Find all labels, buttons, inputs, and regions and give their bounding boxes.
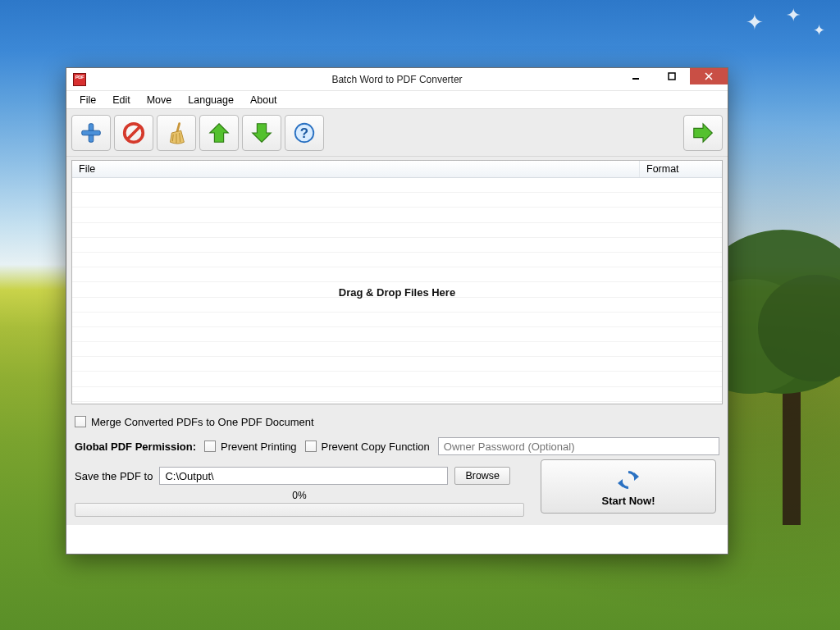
- start-now-label: Start Now!: [602, 495, 655, 507]
- merge-row: Merge Converted PDFs to One PDF Document: [75, 411, 719, 432]
- maximize-button[interactable]: [654, 68, 690, 84]
- progress-bar: [75, 503, 524, 517]
- svg-marker-13: [634, 472, 639, 481]
- refresh-icon: [615, 467, 641, 493]
- prevent-printing-checkbox[interactable]: [204, 441, 216, 452]
- minimize-button[interactable]: [618, 68, 654, 84]
- prevent-printing-label: Prevent Printing: [221, 441, 297, 453]
- menu-move[interactable]: Move: [139, 93, 180, 107]
- arrow-down-icon: [249, 121, 274, 145]
- permission-row: Global PDF Permission: Prevent Printing …: [75, 437, 719, 455]
- column-header-format[interactable]: Format: [640, 161, 722, 177]
- clear-button[interactable]: [157, 115, 196, 151]
- browse-button[interactable]: Browse: [454, 467, 510, 485]
- file-list[interactable]: File Format Drag & Drop Files Here: [71, 160, 723, 404]
- svg-line-9: [128, 126, 140, 139]
- toolbar-start-button[interactable]: [683, 115, 723, 151]
- window-controls: [618, 68, 728, 84]
- no-entry-icon: [121, 121, 146, 145]
- menu-about[interactable]: About: [242, 93, 285, 107]
- options-panel: Merge Converted PDFs to One PDF Document…: [66, 404, 728, 525]
- menu-file[interactable]: File: [71, 93, 104, 107]
- svg-text:?: ?: [300, 125, 308, 140]
- progress-text: 0%: [75, 490, 524, 501]
- help-button[interactable]: ?: [285, 115, 324, 151]
- arrow-up-icon: [207, 121, 231, 145]
- move-down-button[interactable]: [242, 115, 281, 151]
- output-path-input[interactable]: [159, 467, 448, 485]
- menubar: File Edit Move Language About: [66, 91, 728, 109]
- merge-checkbox[interactable]: [75, 416, 86, 427]
- move-up-button[interactable]: [199, 115, 239, 151]
- prevent-copy-label: Prevent Copy Function: [322, 441, 430, 453]
- plus-icon: [79, 121, 103, 145]
- app-icon: [73, 73, 86, 86]
- start-now-button[interactable]: Start Now!: [541, 459, 716, 514]
- svg-rect-0: [783, 361, 801, 525]
- column-header-file[interactable]: File: [72, 161, 640, 177]
- remove-button[interactable]: [114, 115, 153, 151]
- toolbar: ?: [66, 109, 728, 157]
- arrow-right-icon: [691, 121, 715, 145]
- prevent-copy-checkbox[interactable]: [305, 441, 317, 452]
- progress-area: 0%: [75, 490, 524, 517]
- svg-marker-14: [618, 479, 623, 487]
- svg-rect-7: [82, 130, 101, 135]
- merge-label: Merge Converted PDFs to One PDF Document: [91, 416, 314, 428]
- menu-language[interactable]: Language: [180, 93, 242, 107]
- titlebar[interactable]: Batch Word to PDF Converter: [66, 68, 728, 91]
- svg-rect-4: [632, 78, 639, 80]
- app-window: Batch Word to PDF Converter File Edit Mo…: [66, 67, 728, 555]
- owner-password-input[interactable]: [438, 437, 719, 455]
- svg-point-3: [758, 275, 840, 381]
- file-list-container: File Format Drag & Drop Files Here: [66, 157, 728, 404]
- permission-label: Global PDF Permission:: [75, 441, 196, 453]
- list-body[interactable]: Drag & Drop Files Here: [72, 178, 722, 404]
- broom-icon: [164, 121, 189, 145]
- menu-edit[interactable]: Edit: [104, 93, 139, 107]
- close-button[interactable]: [690, 68, 728, 84]
- save-label: Save the PDF to: [75, 470, 153, 482]
- add-button[interactable]: [71, 115, 111, 151]
- svg-rect-5: [669, 73, 675, 80]
- question-icon: ?: [292, 121, 317, 145]
- list-header: File Format: [72, 161, 722, 178]
